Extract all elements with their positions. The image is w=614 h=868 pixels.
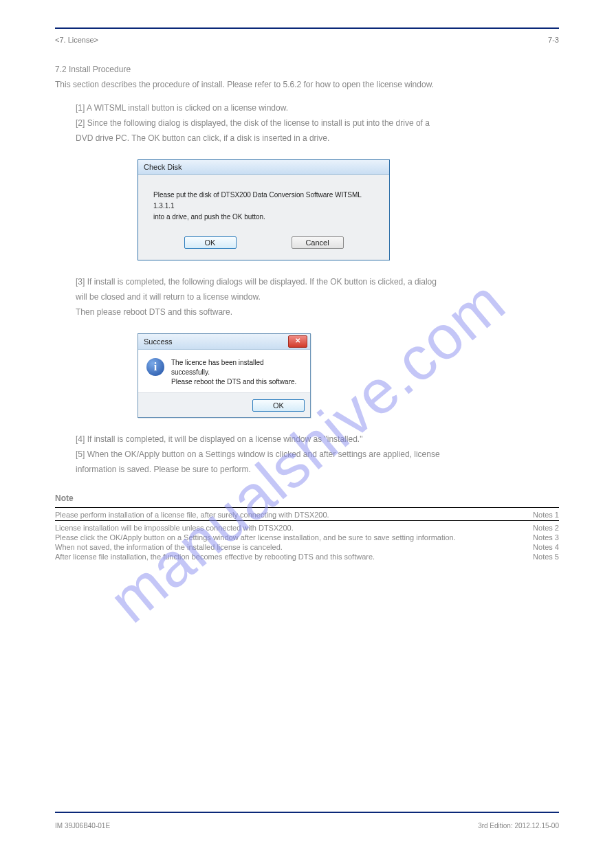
note-3-tag: Notes 3 <box>533 533 559 542</box>
step-1: [1] A WITSML install button is clicked o… <box>76 102 559 114</box>
section-heading: 7.2 Install Procedure <box>55 65 559 74</box>
bottom-rule <box>55 812 559 813</box>
note-heading: Note <box>55 492 559 504</box>
note-1: Please perform installation of a license… <box>55 511 329 519</box>
step-3c: Then please reboot DTS and this software… <box>76 306 559 318</box>
footer-left: IM 39J06B40-01E <box>55 822 110 830</box>
note-2-tag: Notes 2 <box>533 524 559 532</box>
note-5-tag: Notes 5 <box>533 553 559 561</box>
dialog-title: Check Disk <box>138 160 389 175</box>
step-3a: [3] If install is completed, the followi… <box>76 276 559 288</box>
note-2: License installation will be impossible … <box>55 524 294 532</box>
close-icon[interactable]: ✕ <box>288 335 307 348</box>
dialog-titlebar: Success ✕ <box>138 334 310 350</box>
dialog-body: Please put the disk of DTSX200 Data Conv… <box>138 175 389 260</box>
rule <box>55 520 559 521</box>
step-5a: [5] When the OK/Apply button on a Settin… <box>76 448 559 460</box>
step-3b: will be closed and it will return to a l… <box>76 291 559 303</box>
cancel-button[interactable]: Cancel <box>292 236 344 249</box>
doc-ref: <7. License> <box>55 36 98 44</box>
top-rule <box>55 27 559 29</box>
note-3: Please click the OK/Apply button on a Se… <box>55 533 456 542</box>
check-disk-dialog: Check Disk Please put the disk of DTSX20… <box>138 159 390 260</box>
step-4: [4] If install is completed, it will be … <box>76 433 559 445</box>
step-2b: DVD drive PC. The OK button can click, i… <box>76 132 559 144</box>
dialog-msg-2: into a drive, and push the OK button. <box>153 212 374 223</box>
note-4: When not saved, the information of the i… <box>55 543 283 551</box>
dialog-title: Success <box>144 337 173 346</box>
success-dialog: Success ✕ i The licence has been install… <box>138 333 311 418</box>
intro-text: This section describes the procedure of … <box>55 78 559 91</box>
dialog-msg-2: Please reboot the DTS and this software. <box>171 377 303 387</box>
page-header: <7. License> 7-3 <box>55 36 559 44</box>
ok-button[interactable]: OK <box>184 236 237 249</box>
rule <box>55 507 559 508</box>
ok-button[interactable]: OK <box>252 399 305 412</box>
notes-block: Note Please perform installation of a li… <box>55 492 559 561</box>
step-2a: [2] Since the following dialog is displa… <box>76 117 559 129</box>
step-5b: information is saved. Please be sure to … <box>76 463 559 476</box>
note-4-tag: Notes 4 <box>533 543 559 551</box>
note-5: After license file installation, the fun… <box>55 553 375 561</box>
page-number: 7-3 <box>548 36 559 44</box>
page-footer: IM 39J06B40-01E 3rd Edition: 2012.12.15-… <box>55 822 559 830</box>
dialog-msg-1: Please put the disk of DTSX200 Data Conv… <box>153 190 374 212</box>
dialog-msg-1: The licence has been installed successfu… <box>171 358 303 377</box>
footer-right: 3rd Edition: 2012.12.15-00 <box>478 822 559 830</box>
note-1-tag: Notes 1 <box>533 511 559 519</box>
info-icon: i <box>146 358 164 376</box>
